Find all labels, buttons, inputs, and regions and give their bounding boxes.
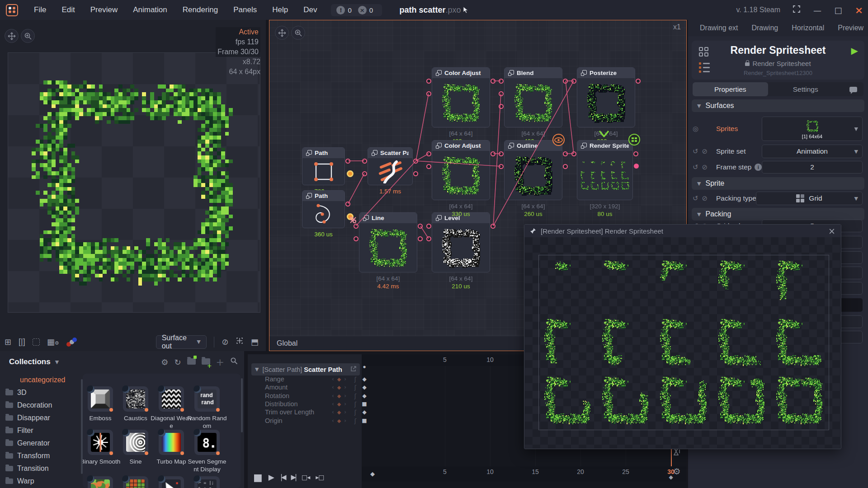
category-transition[interactable]: Transition xyxy=(0,462,80,475)
menu-animation[interactable]: Animation xyxy=(125,0,175,20)
collections-scrollbar[interactable] xyxy=(241,378,243,432)
collection-item-caustics[interactable] xyxy=(123,386,148,412)
export-surface-button[interactable]: ⬒ xyxy=(251,337,259,347)
output-port[interactable] xyxy=(636,79,641,84)
input-port[interactable] xyxy=(499,164,504,169)
node-path-a[interactable]: Path730 us xyxy=(302,147,345,185)
add-folder-icon[interactable]: + xyxy=(202,357,210,367)
category-decoration[interactable]: Decoration xyxy=(0,399,80,412)
unlink-icon[interactable]: ⊘ xyxy=(702,147,708,155)
surface-out-dropdown[interactable]: Surface out ▼ xyxy=(156,335,207,349)
fullscreen-button[interactable] xyxy=(792,5,801,15)
timeline-property-trim-over-length[interactable]: Trim over Length‹◆›ʃ xyxy=(251,408,360,416)
input-port[interactable] xyxy=(426,224,431,229)
collections-refresh-icon[interactable]: ↻ xyxy=(174,357,181,367)
menu-dev[interactable]: Dev xyxy=(296,0,325,20)
input-port[interactable] xyxy=(571,151,576,156)
node-posterize[interactable]: Posterize[64 x 64]200 us xyxy=(577,67,635,127)
menu-edit[interactable]: Edit xyxy=(54,0,82,20)
output-port[interactable] xyxy=(563,164,568,169)
preview-viewport[interactable] xyxy=(8,52,260,313)
go-to-start-button[interactable]: |◀ xyxy=(280,473,285,481)
input-port[interactable] xyxy=(499,151,504,156)
input-port[interactable] xyxy=(426,236,431,241)
category-filter[interactable]: Filter xyxy=(0,424,80,437)
unlink-icon[interactable]: ⊘ xyxy=(702,163,708,171)
app-logo-icon[interactable] xyxy=(6,4,18,16)
collapse-icon[interactable]: ▼ xyxy=(255,366,259,372)
menu-file[interactable]: File xyxy=(26,0,54,20)
input-port[interactable] xyxy=(499,104,504,109)
node-header[interactable]: Color Adjust xyxy=(432,141,490,151)
node-scatter-path[interactable]: Scatter Pa...1.57 ms xyxy=(368,147,413,185)
sprite-set-dropdown[interactable]: Animation ▼ xyxy=(762,145,863,158)
split-view-button[interactable]: [|] xyxy=(19,337,25,347)
reset-icon[interactable]: ↺ xyxy=(693,194,698,202)
dock-tab-drawing[interactable]: Drawing xyxy=(751,24,778,32)
node-header[interactable]: Line xyxy=(359,213,417,223)
keyframe-step-controls[interactable]: ‹◆› xyxy=(332,401,346,407)
input-port[interactable] xyxy=(426,79,431,84)
packing-type-dropdown[interactable]: Grid ▼ xyxy=(756,192,863,205)
node-render-spritesheet[interactable]: Render Spritesheet[320 x 192]80 us xyxy=(577,140,633,200)
section-sprite[interactable]: ▼ Sprite xyxy=(692,177,864,190)
keyframe-marker[interactable]: ◆ xyxy=(362,393,366,399)
input-port[interactable] xyxy=(362,159,367,164)
add-surface-button[interactable]: ⊞ xyxy=(5,337,11,347)
node-color-adjust-b[interactable]: Color Adjust[64 x 64]330 us xyxy=(432,140,490,200)
output-port[interactable] xyxy=(413,159,418,164)
collection-item-turbo-map[interactable] xyxy=(159,430,184,455)
node-header[interactable]: Posterize xyxy=(577,68,635,78)
color-indicator-dots[interactable] xyxy=(66,338,76,347)
timeline-property-rotation[interactable]: Rotation‹◆›ʃ xyxy=(251,392,360,400)
collection-item-partial[interactable] xyxy=(123,476,148,488)
collection-item-partial[interactable] xyxy=(88,476,113,488)
input-port[interactable] xyxy=(499,79,504,84)
prev-keyframe-button[interactable]: □◂ xyxy=(302,474,310,481)
play-button[interactable]: ▶ xyxy=(269,473,274,482)
timeline-node-header[interactable]: ▼ [Scatter Path] Scatter Path xyxy=(251,363,360,375)
keyframe-step-controls[interactable]: ‹◆› xyxy=(332,384,346,390)
collection-item-diagonal-weave[interactable] xyxy=(159,386,184,412)
zoom-view-button[interactable] xyxy=(21,29,35,43)
frame-selection-button[interactable] xyxy=(33,338,40,346)
node-line[interactable]: Line[64 x 64]4.42 ms xyxy=(359,212,417,272)
menu-rendering[interactable]: Rendering xyxy=(175,0,226,20)
node-header[interactable]: Scatter Pa... xyxy=(368,148,412,158)
node-header[interactable]: Blend xyxy=(505,68,562,78)
output-port[interactable] xyxy=(633,151,638,156)
timeline-property-amount[interactable]: Amount‹◆›ʃ xyxy=(251,383,360,391)
info-icon[interactable]: i xyxy=(755,164,762,171)
timeline-property-origin[interactable]: Origin‹◆›ʃ xyxy=(251,417,360,425)
minimize-button[interactable]: — xyxy=(813,5,822,15)
frame-step-input[interactable]: 2 xyxy=(762,161,863,174)
keyframe-step-controls[interactable]: ‹◆› xyxy=(332,418,346,424)
keyframe-marker[interactable]: ◆ xyxy=(362,384,366,390)
reset-icon[interactable]: ↺ xyxy=(693,163,698,171)
input-port[interactable] xyxy=(571,79,576,84)
keyframe-step-controls[interactable]: ‹◆› xyxy=(332,376,346,382)
collection-item-partial[interactable] xyxy=(194,476,220,488)
dock-tab-drawing-ext[interactable]: Drawing ext xyxy=(700,24,738,32)
graph-zoom-button[interactable] xyxy=(291,26,305,40)
collection-item-sine[interactable] xyxy=(123,430,148,455)
collections-settings-icon[interactable]: ⚙ xyxy=(161,357,168,367)
collections-dropdown-icon[interactable]: ▼ xyxy=(55,359,59,365)
visibility-eye-icon[interactable] xyxy=(552,134,565,146)
node-level[interactable]: Level[64 x 64]210 us xyxy=(432,212,490,272)
timeline-property-distribution[interactable]: Distribution‹◆›ʃ xyxy=(251,400,360,408)
dock-tab-preview[interactable]: Preview xyxy=(838,24,863,32)
input-port[interactable] xyxy=(426,91,431,96)
pan-view-button[interactable] xyxy=(5,29,19,43)
node-outline[interactable]: Outline[64 x 64]260 us xyxy=(504,140,562,200)
reset-icon[interactable]: ↺ xyxy=(693,147,698,155)
stop-button[interactable]: ■ xyxy=(253,472,263,483)
render-result-window[interactable]: [Render Spritesheet] Render Spritesheet … xyxy=(524,224,841,449)
go-to-end-button[interactable]: ▶| xyxy=(291,473,296,481)
add-item-icon[interactable]: + xyxy=(216,357,224,368)
output-port[interactable] xyxy=(413,171,418,176)
output-port[interactable] xyxy=(491,79,495,84)
curve-icon[interactable]: ʃ xyxy=(354,376,356,383)
tab-properties[interactable]: Properties xyxy=(693,82,768,96)
keyframe-marker[interactable]: ● xyxy=(363,365,366,369)
